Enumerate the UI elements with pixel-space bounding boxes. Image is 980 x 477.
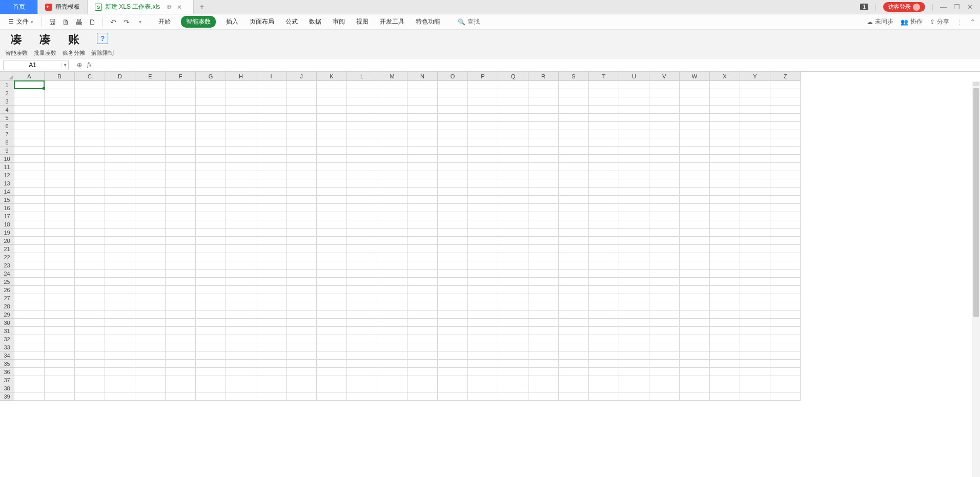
- window-close[interactable]: ✕: [967, 3, 973, 11]
- more-icon[interactable]: ⋮: [956, 18, 963, 26]
- formula-bar: ▼ ⊕ fx: [0, 58, 980, 72]
- divider: [932, 4, 933, 11]
- menu-features[interactable]: 特色功能: [415, 15, 441, 28]
- window-restore[interactable]: ❐: [954, 3, 960, 11]
- ribbon-batch-sum[interactable]: 凑 批量凑数: [34, 33, 56, 57]
- ribbon-label: 批量凑数: [34, 49, 56, 57]
- file-menu[interactable]: ☰ 文件 ▾: [4, 16, 36, 27]
- login-button[interactable]: 访客登录: [883, 2, 925, 12]
- cloud-icon: ☁: [867, 18, 873, 26]
- divider: [103, 17, 103, 27]
- tab-home-label: 首页: [13, 3, 25, 11]
- login-label: 访客登录: [888, 3, 911, 11]
- search-icon: 🔍: [458, 18, 465, 26]
- menu-review[interactable]: 审阅: [332, 15, 346, 28]
- collab-icon: 👥: [901, 18, 908, 26]
- chevron-down-icon[interactable]: ▼: [62, 63, 68, 68]
- collab-button[interactable]: 👥 协作: [901, 17, 923, 26]
- export-icon[interactable]: 🗎: [60, 17, 71, 27]
- help-icon: ?: [97, 33, 108, 44]
- chevron-down-icon: ▾: [31, 19, 33, 25]
- tab-add[interactable]: ＋: [194, 0, 210, 14]
- zoom-icon[interactable]: ⊕: [77, 61, 82, 69]
- window-minimize[interactable]: —: [940, 3, 947, 11]
- collapse-ribbon-icon[interactable]: ⌃: [970, 18, 976, 26]
- avatar-icon: [913, 4, 920, 11]
- menu-dev-tools[interactable]: 开发工具: [379, 15, 405, 28]
- share-button[interactable]: ⇪ 分享: [930, 17, 949, 26]
- divider: [875, 4, 876, 11]
- menu-data[interactable]: 数据: [308, 15, 322, 28]
- formula-input[interactable]: [97, 60, 980, 70]
- menu-view[interactable]: 视图: [355, 15, 370, 28]
- notification-badge[interactable]: 1: [860, 4, 868, 10]
- ribbon: 凑 智能凑数 凑 批量凑数 账 账务分摊 ? 解除限制: [0, 30, 980, 58]
- tab-current-file[interactable]: S 新建 XLS 工作表.xls ⧉ ✕: [88, 0, 194, 14]
- unsync-label: 未同步: [875, 17, 893, 26]
- print-icon[interactable]: 🖶: [74, 17, 84, 27]
- name-box-input[interactable]: [4, 61, 62, 69]
- menu-smart-sum[interactable]: 智能凑数: [181, 16, 216, 28]
- tab-window-icon[interactable]: ⧉: [167, 4, 172, 11]
- tab-close-icon[interactable]: ✕: [177, 4, 182, 11]
- fx-icon[interactable]: fx: [87, 61, 92, 69]
- tab-template[interactable]: 稻壳模板: [38, 0, 88, 14]
- ribbon-big-icon: 凑: [39, 33, 51, 45]
- menu-items: 开始 智能凑数 插入 页面布局 公式 数据 审阅 视图 开发工具 特色功能 🔍 …: [157, 15, 480, 28]
- ribbon-smart-sum[interactable]: 凑 智能凑数: [5, 33, 28, 57]
- unsync-button[interactable]: ☁ 未同步: [867, 17, 893, 26]
- hamburger-icon: ☰: [7, 18, 14, 26]
- toolbar: ☰ 文件 ▾ 🖫 🗎 🖶 🗋 ↶ ↷ ▾ 开始 智能凑数 插入 页面布局 公式 …: [0, 14, 980, 30]
- name-box[interactable]: ▼: [3, 60, 69, 70]
- menu-start[interactable]: 开始: [157, 15, 172, 28]
- share-icon: ⇪: [930, 18, 935, 26]
- search-button[interactable]: 🔍 查找: [458, 17, 480, 26]
- ribbon-label: 账务分摊: [63, 49, 85, 57]
- chevron-down-icon[interactable]: ▾: [135, 17, 145, 27]
- redo-icon[interactable]: ↷: [121, 17, 132, 27]
- ribbon-unlock[interactable]: ? 解除限制: [91, 33, 114, 57]
- window-controls: 1 访客登录 — ❐ ✕: [853, 0, 980, 14]
- share-label: 分享: [937, 17, 949, 26]
- print-preview-icon[interactable]: 🗋: [87, 17, 97, 27]
- ribbon-big-icon: 账: [68, 33, 79, 45]
- tab-template-label: 稻壳模板: [55, 3, 80, 11]
- menu-formula[interactable]: 公式: [284, 15, 299, 28]
- tab-home[interactable]: 首页: [0, 0, 38, 14]
- tab-file-label: 新建 XLS 工作表.xls: [105, 3, 160, 11]
- collab-label: 协作: [910, 17, 923, 26]
- file-label: 文件: [16, 17, 29, 26]
- menu-insert[interactable]: 插入: [225, 15, 239, 28]
- tab-bar: 首页 稻壳模板 S 新建 XLS 工作表.xls ⧉ ✕ ＋ 1 访客登录 — …: [0, 0, 980, 14]
- ribbon-label: 智能凑数: [5, 49, 28, 57]
- divider: [42, 17, 42, 27]
- undo-icon[interactable]: ↶: [108, 17, 118, 27]
- search-label: 查找: [467, 17, 480, 26]
- docer-icon: [45, 4, 52, 11]
- ribbon-big-icon: 凑: [11, 33, 22, 45]
- menu-page-layout[interactable]: 页面布局: [249, 15, 275, 28]
- spreadsheet-icon: S: [95, 4, 102, 11]
- ribbon-account-split[interactable]: 账 账务分摊: [63, 33, 85, 57]
- save-icon[interactable]: 🖫: [47, 17, 57, 27]
- ribbon-label: 解除限制: [91, 49, 114, 57]
